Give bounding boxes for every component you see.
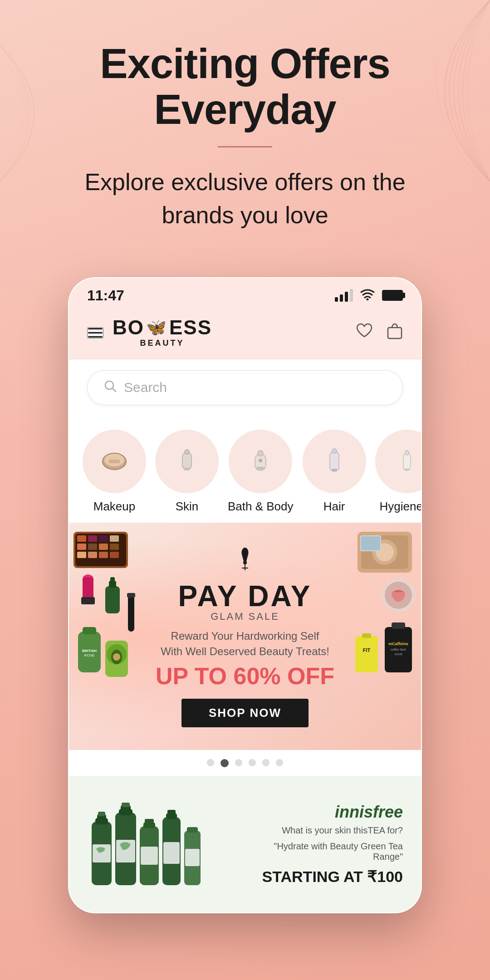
app-header: BO 🦋 ESS BEAUTY — [69, 309, 421, 359]
categories-scroll: Makeup Skin — [69, 430, 421, 514]
innisfree-products — [87, 794, 238, 894]
svg-rect-1 — [388, 328, 402, 338]
promo-content: PAY DAY GLAM SALE Reward Your Hardworkin… — [87, 545, 403, 727]
innisfree-tagline: What is your skin thisTEA for? — [252, 825, 403, 836]
svg-rect-18 — [404, 469, 410, 470]
carousel-dot-1[interactable] — [207, 759, 214, 766]
brand-name: BO 🦋 ESS — [113, 318, 212, 338]
search-icon — [104, 380, 117, 396]
title-divider — [218, 146, 272, 147]
svg-rect-87 — [185, 849, 200, 866]
svg-rect-16 — [403, 453, 411, 470]
status-time: 11:47 — [87, 287, 124, 304]
svg-rect-70 — [98, 812, 105, 816]
svg-point-0 — [367, 298, 369, 300]
innisfree-logo: innisfree — [252, 803, 403, 822]
search-container: Search — [69, 359, 421, 416]
innisfree-price: STARTING AT ₹100 — [252, 867, 403, 886]
svg-rect-11 — [256, 467, 265, 470]
category-item-hair[interactable]: Hair — [303, 430, 366, 514]
wifi-icon — [360, 288, 375, 304]
phone-container: 11:47 — [0, 250, 490, 913]
categories-section: Makeup Skin — [69, 416, 421, 523]
svg-rect-6 — [182, 452, 191, 470]
promo-tagline2: With Well Deserved Beauty Treats! — [87, 645, 403, 658]
carousel-dots — [69, 750, 421, 776]
svg-rect-14 — [332, 449, 337, 453]
promo-discount: UP TO 60% OFF — [87, 662, 403, 690]
innisfree-info: innisfree What is your skin thisTEA for?… — [252, 803, 403, 886]
svg-rect-5 — [109, 460, 120, 463]
battery-icon — [382, 290, 403, 301]
svg-rect-8 — [184, 468, 190, 470]
innisfree-tagline2: "Hydrate with Beauty Green Tea Range" — [252, 841, 403, 862]
status-bar: 11:47 — [69, 278, 421, 309]
shop-now-button[interactable]: SHOP NOW — [181, 699, 309, 727]
status-icons — [335, 288, 403, 304]
category-item-makeup[interactable]: Makeup — [83, 430, 146, 514]
signal-icon — [335, 289, 353, 302]
header-left: BO 🦋 ESS BEAUTY — [87, 318, 212, 348]
brand-icon: 🦋 — [146, 319, 167, 336]
promo-banner: BRITISH ROSE — [69, 523, 421, 750]
header-right — [356, 322, 403, 343]
page-title: Exciting Offers Everyday — [27, 41, 463, 132]
svg-point-12 — [259, 459, 262, 462]
category-item-skin[interactable]: Skin — [155, 430, 219, 514]
carousel-dot-2[interactable] — [220, 759, 229, 767]
svg-rect-7 — [185, 450, 189, 454]
brand-logo: BO 🦋 ESS BEAUTY — [113, 318, 212, 348]
search-box[interactable]: Search — [87, 370, 403, 405]
promo-icon — [87, 545, 403, 578]
brand-subtitle: BEAUTY — [140, 338, 185, 348]
promo-event-subtitle: GLAM SALE — [87, 611, 403, 622]
carousel-dot-3[interactable] — [235, 759, 242, 766]
svg-rect-10 — [258, 451, 263, 456]
svg-rect-80 — [167, 810, 176, 815]
cart-button[interactable] — [387, 322, 403, 343]
category-item-bath[interactable]: Bath & Body — [228, 430, 294, 514]
promo-event-name: PAY DAY — [87, 582, 403, 611]
page-header: Exciting Offers Everyday Explore exclusi… — [0, 0, 490, 250]
svg-rect-17 — [405, 451, 409, 455]
category-label-hygiene: Hygiene & — [380, 500, 421, 514]
svg-rect-15 — [332, 469, 337, 471]
svg-rect-25 — [77, 544, 86, 550]
category-label-makeup: Makeup — [93, 500, 136, 514]
carousel-dot-4[interactable] — [249, 759, 256, 766]
category-item-hygiene[interactable]: Hygiene & — [375, 430, 421, 514]
svg-rect-77 — [145, 819, 154, 824]
svg-point-64 — [243, 561, 247, 564]
svg-rect-24 — [110, 535, 119, 542]
svg-rect-85 — [141, 847, 158, 865]
svg-rect-74 — [122, 803, 130, 807]
page-subtitle: Explore exclusive offers on the brands y… — [64, 166, 426, 232]
wishlist-button[interactable] — [356, 323, 373, 342]
svg-rect-23 — [99, 535, 108, 542]
svg-rect-83 — [93, 844, 111, 862]
category-label-bath: Bath & Body — [228, 500, 294, 514]
search-placeholder: Search — [124, 380, 386, 395]
carousel-dot-6[interactable] — [276, 759, 283, 766]
innisfree-section: innisfree What is your skin thisTEA for?… — [69, 776, 421, 912]
phone-mockup: 11:47 — [68, 277, 422, 913]
svg-rect-86 — [163, 842, 180, 864]
category-label-skin: Skin — [176, 500, 199, 514]
carousel-dot-5[interactable] — [262, 759, 270, 766]
promo-tagline: Reward Your Hardworking Self — [87, 630, 403, 642]
svg-rect-29 — [77, 552, 86, 558]
menu-button[interactable] — [87, 327, 103, 338]
svg-rect-13 — [330, 451, 339, 471]
svg-rect-82 — [187, 827, 198, 833]
svg-rect-22 — [88, 535, 97, 542]
category-label-hair: Hair — [323, 500, 345, 514]
svg-rect-21 — [77, 535, 86, 542]
